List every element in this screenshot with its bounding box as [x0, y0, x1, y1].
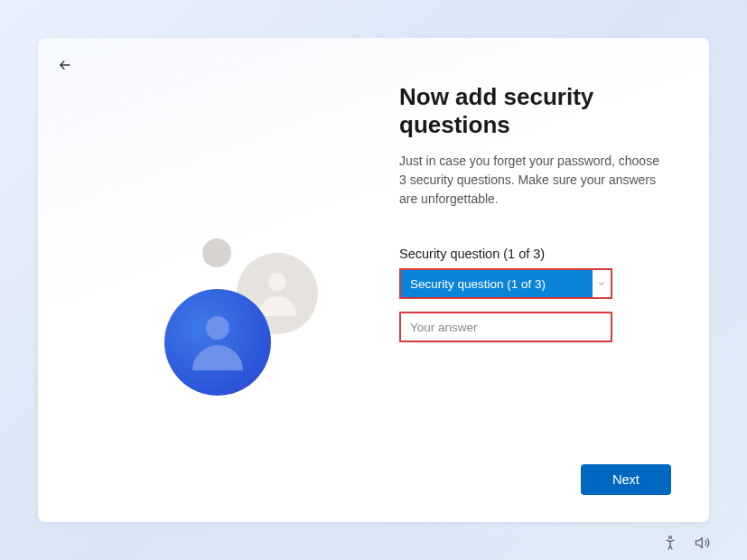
answer-input[interactable] [399, 312, 612, 342]
question-field-label: Security question (1 of 3) [399, 247, 671, 261]
page-subtitle: Just in case you forget your password, c… [399, 152, 661, 209]
svg-point-0 [669, 537, 672, 539]
accessibility-icon[interactable] [662, 535, 678, 551]
blue-avatar-icon [164, 289, 271, 396]
small-grey-circle-icon [202, 238, 231, 267]
page-title: Now add security questions [399, 83, 671, 139]
chevron-down-icon[interactable] [593, 270, 611, 297]
next-button[interactable]: Next [581, 464, 671, 495]
form-panel: Now add security questions Just in case … [399, 38, 709, 522]
user-illustration [128, 201, 354, 426]
volume-icon[interactable] [695, 535, 711, 551]
illustration-panel [38, 38, 399, 522]
setup-card: Now add security questions Just in case … [38, 38, 709, 522]
system-tray [662, 535, 711, 551]
dropdown-selected-value[interactable]: Security question (1 of 3) [401, 270, 593, 297]
security-question-dropdown[interactable]: Security question (1 of 3) [399, 268, 612, 299]
